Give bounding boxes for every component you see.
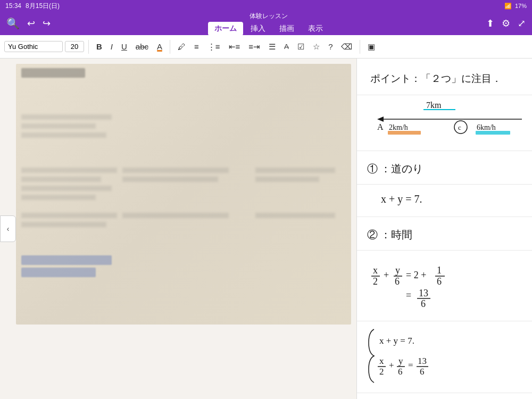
bold-button[interactable]: B [93,40,105,53]
svg-text:A: A [377,122,384,131]
section3-svg: ① ：道のり [364,159,492,179]
indent-decrease-button[interactable]: ⇤≡ [226,40,244,53]
wifi-icon: 📶 [504,3,512,10]
underline-button[interactable]: U [118,40,130,53]
section5-svg: ② ：時間 [364,225,471,245]
textbook-image [16,64,351,325]
redo-icon[interactable]: ↪ [43,18,51,29]
star-button[interactable]: ☆ [310,40,323,53]
font-name-input[interactable] [4,41,63,52]
note-section-diagram: 7km A 2km/h c 6km/h [357,95,532,151]
italic-button[interactable]: I [107,40,116,53]
svg-text:13: 13 [418,356,427,366]
undo-icon[interactable]: ↩ [27,18,35,29]
tab-view[interactable]: 表示 [302,22,329,36]
numbered-list-button[interactable]: ⋮≡ [204,40,223,53]
note-section-1: ポイント：「２つ」に注目． [357,59,532,95]
svg-text:y: y [395,265,400,276]
date-display: 8月15日(日) [26,2,60,11]
svg-text:② ：時間: ② ：時間 [367,229,412,240]
checkbox-button[interactable]: ☑ [294,40,307,53]
help-button[interactable]: ? [325,40,336,53]
svg-text:6: 6 [420,367,425,377]
toolbar-sep-3 [360,40,360,54]
highlight-button[interactable]: 🖊 [174,40,189,53]
format-clear-button[interactable]: A̶ [281,41,292,52]
font-size-input[interactable] [65,41,84,52]
svg-text:=: = [406,290,411,301]
search-icon[interactable]: 🔍 [6,17,20,30]
svg-text:7km: 7km [426,101,442,110]
svg-text:2km/h: 2km/h [389,123,408,131]
note-section-7: x + y = 7. x 2 + y 6 = 13 6 [357,321,532,393]
bullet-list-button[interactable]: ≡ [191,40,202,53]
svg-text:ポイント：「２つ」に注目．: ポイント：「２つ」に注目． [370,73,502,84]
diagram-svg: 7km A 2km/h c 6km/h [362,101,532,143]
section4-svg: x + y = 7. [378,189,485,209]
svg-text:13: 13 [419,288,428,298]
svg-text:y: y [398,356,403,366]
toolbar-sep-2 [170,40,170,54]
app-title: 体験レッスン [250,12,288,21]
note-section-6: x 2 + y 6 = 2 + 1 6 = 13 6 [357,251,532,321]
align-button[interactable]: ☰ [265,40,279,53]
svg-text:+: + [384,270,389,280]
svg-rect-11 [476,131,510,135]
section1-svg: ポイント：「２つ」に注目． [368,67,527,88]
section7-svg: x + y = 7. x 2 + y 6 = 13 6 [364,327,524,385]
chevron-left-icon: ‹ [7,225,10,233]
indent-increase-button[interactable]: ≡⇥ [245,40,263,53]
nav-bar: 🔍 ↩ ↪ 体験レッスン ホーム 挿入 描画 表示 ⬆ ⚙ ⤢ [0,12,532,35]
settings-icon[interactable]: ⚙ [502,18,510,29]
battery-display: 17% [515,3,527,9]
svg-text:6km/h: 6km/h [477,123,496,131]
left-panel: ‹ [0,59,356,399]
font-color-indicator [157,50,162,52]
toolbar-sep-1 [88,40,89,54]
share-icon[interactable]: ⬆ [486,18,494,29]
svg-text:① ：道のり: ① ：道のり [367,163,423,174]
svg-rect-7 [388,131,421,135]
note-section-5: ② ：時間 [357,217,532,251]
time-display: 15:34 [5,2,21,10]
tab-draw[interactable]: 描画 [273,22,301,36]
svg-text:6: 6 [421,298,426,309]
fullpage-button[interactable]: ▣ [364,40,378,53]
svg-text:+: + [389,360,394,370]
svg-text:x: x [373,265,378,276]
svg-marker-4 [377,117,384,122]
content-area: ‹ [0,59,532,399]
font-color-button[interactable]: A [154,40,165,53]
collapse-nav-button[interactable]: ‹ [0,215,16,242]
tab-home[interactable]: ホーム [208,22,243,36]
right-panel[interactable]: ポイント：「２つ」に注目． 7km A 2km/h c [356,59,532,399]
eraser-button[interactable]: ⌫ [338,40,355,53]
note-section-4: x + y = 7. [357,185,532,217]
fullscreen-icon[interactable]: ⤢ [518,18,526,29]
svg-text:6: 6 [395,276,400,287]
svg-text:x: x [379,356,384,366]
strikethrough-button[interactable]: abc [132,40,152,53]
svg-text:x + y = 7.: x + y = 7. [379,336,414,346]
toolbar: B I U abc A 🖊 ≡ ⋮≡ ⇤≡ ≡⇥ ☰ A̶ ☑ ☆ ? ⌫ ▣ [0,35,532,59]
tab-insert[interactable]: 挿入 [244,22,272,36]
svg-text:2: 2 [379,367,384,377]
status-bar: 15:34 8月15日(日) 📶 17% [0,0,532,12]
svg-text:x + y = 7.: x + y = 7. [381,193,422,205]
section6-svg: x 2 + y 6 = 2 + 1 6 = 13 6 [368,255,527,313]
svg-text:6: 6 [437,276,442,287]
note-section-3: ① ：道のり [357,151,532,185]
svg-text:2: 2 [373,276,378,287]
svg-text:= 2 +: = 2 + [406,270,426,280]
svg-text:1: 1 [437,265,442,276]
svg-text:c: c [458,123,461,131]
svg-text:6: 6 [398,367,403,377]
svg-text:=: = [408,360,413,370]
